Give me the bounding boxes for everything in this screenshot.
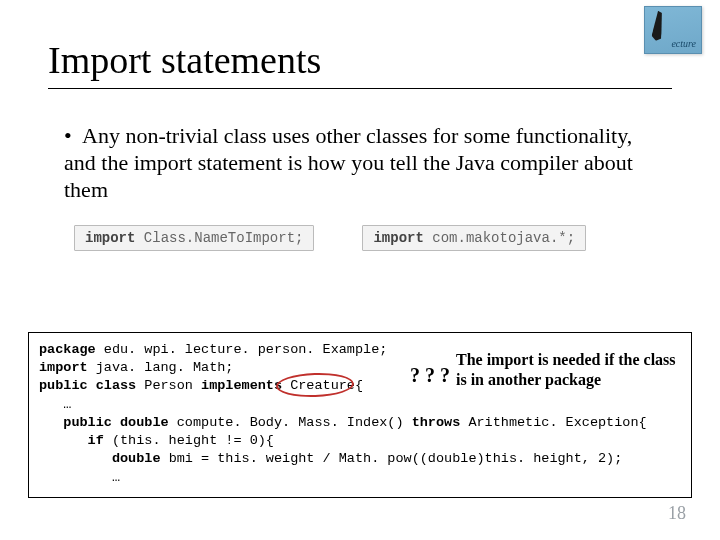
code-l8: … [39,470,120,485]
page-number: 18 [668,503,686,524]
lecture-logo: ecture [644,6,702,54]
import-snippet-generic: import Class.NameToImport; [74,225,314,251]
kw-double: double [39,451,161,466]
question-marks: ? ? ? [410,364,450,387]
kw-public-class: public class [39,378,136,393]
logo-text: ecture [671,38,696,49]
kw-import: import [39,360,88,375]
code-l7: bmi = this. weight / Math. pow((double)t… [161,451,623,466]
circled-creature: Creature [282,377,355,395]
snippet2-rest: com.makotojava.*; [424,230,575,246]
code-l2: java. lang. Math; [88,360,234,375]
import-snippet-wildcard: import com.makotojava.*; [362,225,586,251]
slide-title: Import statements [0,0,720,88]
kw-import: import [85,230,135,246]
code-l1: edu. wpi. lecture. person. Example; [96,342,388,357]
bullet-paragraph: •Any non-trivial class uses other classe… [0,89,720,203]
kw-implements: implements [201,378,282,393]
kw-throws: throws [412,415,461,430]
code-l5a: compute. Body. Mass. Index() [169,415,412,430]
import-note: The import is needed if the class is in … [456,350,688,390]
kw-public-double: public double [39,415,169,430]
snippet-row: import Class.NameToImport; import com.ma… [0,203,720,251]
kw-import: import [373,230,423,246]
code-l4: … [39,397,71,412]
creature-text: Creature [282,378,355,393]
code-l5b: Arithmetic. Exception{ [460,415,646,430]
code-l3b: { [355,378,363,393]
code-l3a: Person [136,378,201,393]
kw-package: package [39,342,96,357]
bullet-dot: • [64,123,82,150]
kw-if: if [39,433,104,448]
code-l6: (this. height != 0){ [104,433,274,448]
bullet-text: Any non-trivial class uses other classes… [64,123,633,202]
snippet1-rest: Class.NameToImport; [135,230,303,246]
